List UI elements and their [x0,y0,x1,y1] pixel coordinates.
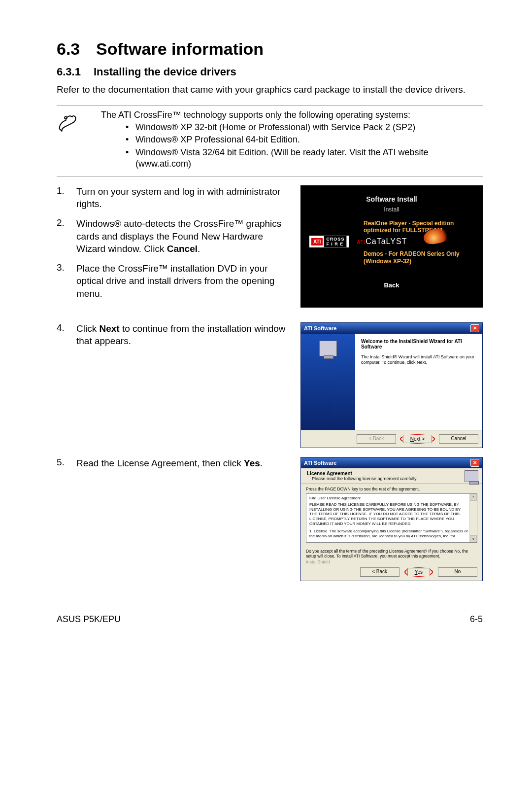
no-button[interactable]: No [438,567,477,577]
yes-button-highlight: Yes [404,567,433,577]
subsection-number: 6.3.1 [57,66,94,78]
accept-question-text: Do you accept all the terms of the prece… [301,546,482,559]
eula-body-2: 1. License. The software accompanying th… [309,529,469,538]
page-footer: ASUS P5K/EPU 6-5 [57,611,483,625]
demos-link[interactable]: Demos - For RADEON Series Only (Windows … [309,250,474,265]
license-text-area[interactable]: End User License Agreement PLEASE READ T… [306,493,477,543]
eula-body-1: PLEASE READ THIS LICENSE CAREFULLY BEFOR… [309,502,469,526]
installshield-welcome-window: ATI Software ✕ Welcome to the InstallShi… [300,322,483,448]
note-bullet-2: Windows® XP Professional 64-bit Edition. [135,134,483,145]
note-hand-icon [57,109,81,171]
catalyst-logo: ATICaTaLYST [353,237,407,246]
steps-list-a: 1. Turn on your system and log in with a… [57,185,291,300]
back-button: < Back [357,434,396,444]
step-5: 5. Read the License Agreement, then clic… [57,457,291,470]
step-3: 3. Place the CrossFire™ installation DVD… [57,262,291,300]
press-pagedown-text: Press the PAGE DOWN key to see the rest … [306,487,477,491]
back-link[interactable]: Back [309,281,474,289]
section-number: 6.3 [57,39,96,59]
wizard-left-panel [301,334,355,430]
yes-button[interactable]: Yes [407,568,430,576]
scroll-up-icon[interactable]: ^ [470,494,477,501]
computer-icon [465,470,478,482]
section-heading: 6.3Software information [57,39,483,59]
wizard-titlebar-2: ATI Software ✕ [301,457,482,468]
next-button-highlight: Next > [400,434,435,444]
wizard-welcome-text: Welcome to the InstallShield Wizard for … [361,339,476,349]
wizard-title-2: ATI Software [304,460,336,466]
software-install-title: Software Install [309,195,474,203]
footer-left: ASUS P5K/EPU [57,614,121,625]
subsection-heading: 6.3.1Installing the device drivers [57,66,483,78]
install-link[interactable]: Install [309,206,474,213]
wizard-titlebar: ATI Software ✕ [301,323,482,334]
license-agreement-sub: Please read the following license agreem… [307,476,417,481]
license-agreement-title: License Agreement [307,471,417,476]
svg-point-0 [65,116,67,119]
note-bullet-1: Windows® XP 32-bit (Home or Professional… [135,122,483,133]
note-bullet-list: Windows® XP 32-bit (Home or Professional… [101,122,483,170]
wizard-desc-text: The InstallShield® Wizard will install A… [361,354,476,366]
note-callout: The ATI CrossFire™ technology supports o… [57,105,483,176]
subsection-title-text: Installing the device drivers [94,66,236,78]
steps-list-b: 4. Click Next to continue from the insta… [57,322,291,348]
ati-crossfire-logo: ATI CROSSF I R E [309,236,349,247]
scroll-down-icon[interactable]: v [470,535,477,542]
close-icon[interactable]: ✕ [470,459,479,467]
license-agreement-window: ATI Software ✕ License Agreement Please … [300,457,483,581]
next-button[interactable]: Next > [403,435,432,443]
back-button[interactable]: < Back [360,567,399,577]
note-lead-text: The ATI CrossFire™ technology supports o… [101,109,483,121]
computer-icon [319,341,337,356]
steps-list-c: 5. Read the License Agreement, then clic… [57,457,291,470]
step-1: 1. Turn on your system and log in with a… [57,185,291,210]
wizard-title: ATI Software [304,325,336,331]
footer-right: 6-5 [470,614,483,625]
realone-link[interactable]: RealOne Player - Special edition optimiz… [309,220,474,234]
step-4: 4. Click Next to continue from the insta… [57,322,291,348]
close-icon[interactable]: ✕ [470,324,479,332]
install-menu-screenshot: Software Install Install RealOne Player … [300,185,483,308]
eula-title: End User License Agreement [309,496,469,501]
installshield-label: InstallShield [301,559,482,564]
intro-paragraph: Refer to the documentation that came wit… [57,83,483,96]
note-bullet-3: Windows® Vista 32/64 bit Edition. (Will … [135,147,483,170]
cancel-button[interactable]: Cancel [439,434,478,444]
scrollbar[interactable]: ^ v [469,494,477,542]
step-2: 2. Windows® auto-detects the CrossFire™ … [57,217,291,255]
section-title-text: Software information [96,39,264,58]
